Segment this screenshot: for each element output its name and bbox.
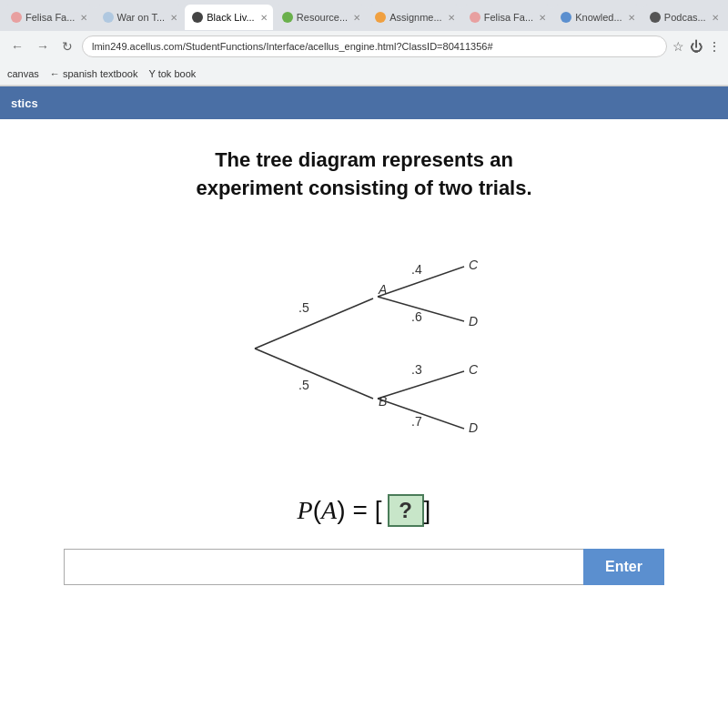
browser-icons: ☆ ⏻ ⋮	[672, 39, 721, 54]
tab-close-icon[interactable]: ✕	[539, 13, 546, 23]
address-bar[interactable]: lmin249.acellus.com/StudentFunctions/Int…	[82, 35, 667, 57]
svg-text:D: D	[469, 420, 478, 435]
tab-favicon	[282, 12, 293, 23]
svg-text:.6: .6	[411, 309, 422, 324]
tab-felisa-2[interactable]: Felisa Fa... ✕	[462, 5, 552, 30]
svg-text:D: D	[469, 314, 478, 329]
site-header: stics	[0, 86, 728, 119]
formula-paren: (	[313, 496, 321, 525]
back-button[interactable]: ←	[7, 37, 27, 56]
bookmarks-bar: canvas ← spanish textbook Y tok book	[0, 62, 728, 86]
question-line1: The tree diagram represents an	[215, 148, 513, 171]
tab-label: Podcas...	[664, 12, 706, 23]
menu-icon[interactable]: ⋮	[708, 39, 721, 54]
tab-label: Resource...	[297, 12, 348, 23]
question-text: The tree diagram represents an experimen…	[196, 147, 531, 203]
bookmark-canvas[interactable]: canvas	[7, 68, 39, 79]
formula-paren-close: )	[337, 496, 345, 525]
tab-favicon	[650, 12, 661, 23]
bookmark-tok[interactable]: Y tok book	[148, 68, 196, 79]
address-text: lmin249.acellus.com/StudentFunctions/Int…	[92, 41, 493, 52]
tab-close-icon[interactable]: ✕	[260, 13, 268, 23]
svg-line-0	[255, 298, 373, 349]
svg-text:.7: .7	[411, 414, 422, 429]
tab-bar: Felisa Fa... ✕ War on T... ✕ Black Liv..…	[0, 0, 728, 31]
tab-close-icon[interactable]: ✕	[712, 13, 719, 23]
tab-favicon	[375, 12, 386, 23]
tab-favicon	[470, 12, 480, 23]
formula-row: P ( A ) = [ ? ]	[298, 494, 431, 527]
tab-label: Assignme...	[389, 12, 441, 23]
answer-input[interactable]	[64, 549, 583, 585]
formula-placeholder: ?	[399, 498, 412, 523]
tab-favicon	[11, 12, 22, 23]
tab-felisa-1[interactable]: Felisa Fa... ✕	[4, 5, 94, 30]
tab-label: Felisa Fa...	[484, 12, 533, 23]
question-line2: experiment consisting of two trials.	[196, 177, 531, 199]
svg-line-1	[255, 349, 373, 399]
tab-close-icon[interactable]: ✕	[448, 13, 455, 23]
tab-label: War on T...	[117, 12, 166, 23]
svg-text:.4: .4	[411, 262, 422, 277]
tab-war[interactable]: War on T... ✕	[96, 5, 184, 30]
svg-text:.3: .3	[411, 362, 422, 377]
svg-text:C: C	[469, 258, 479, 272]
formula-answer-box: ?	[388, 494, 424, 527]
tab-label: Knowled...	[575, 12, 622, 23]
svg-text:.5: .5	[298, 300, 309, 315]
tab-label: Felisa Fa...	[25, 12, 75, 23]
svg-text:A: A	[378, 282, 387, 297]
address-bar-row: ← → ↻ lmin249.acellus.com/StudentFunctio…	[0, 31, 728, 62]
answer-row: Enter	[64, 549, 664, 585]
tab-label: Black Liv...	[207, 12, 254, 23]
formula-equals: =	[352, 496, 367, 525]
formula-a: A	[321, 496, 337, 525]
tab-black-lives[interactable]: Black Liv... ✕	[185, 5, 273, 30]
refresh-button[interactable]: ↻	[58, 37, 76, 56]
svg-text:B: B	[379, 394, 387, 409]
tab-favicon	[561, 12, 571, 23]
tab-favicon	[103, 12, 114, 23]
bookmark-spanish[interactable]: ← spanish textbook	[50, 68, 138, 79]
tab-close-icon[interactable]: ✕	[80, 13, 87, 23]
formula-bracket-close: ]	[424, 496, 431, 525]
tree-diagram: .5 .5 A B .4 .6 .3 .7 C D C D	[182, 230, 546, 467]
svg-text:C: C	[469, 362, 479, 377]
tab-close-icon[interactable]: ✕	[170, 13, 177, 23]
tab-favicon	[192, 12, 203, 23]
formula-p: P	[298, 496, 313, 525]
enter-button[interactable]: Enter	[583, 549, 664, 585]
formula-bracket-open: [	[375, 496, 382, 525]
power-icon[interactable]: ⏻	[690, 39, 703, 54]
bookmark-icon[interactable]: ☆	[672, 39, 684, 54]
tab-knowledge[interactable]: Knowled... ✕	[553, 5, 641, 30]
tab-resource[interactable]: Resource... ✕	[275, 5, 366, 30]
main-content: The tree diagram represents an experimen…	[0, 119, 728, 603]
tab-close-icon[interactable]: ✕	[353, 13, 360, 23]
forward-button[interactable]: →	[33, 37, 53, 56]
svg-text:.5: .5	[298, 378, 309, 392]
site-header-label: stics	[11, 96, 38, 110]
tab-close-icon[interactable]: ✕	[628, 13, 635, 23]
browser-chrome: Felisa Fa... ✕ War on T... ✕ Black Liv..…	[0, 0, 728, 86]
tab-assign[interactable]: Assignme... ✕	[368, 5, 460, 30]
tab-podcast[interactable]: Podcas... ✕	[642, 5, 724, 30]
tree-diagram-svg: .5 .5 A B .4 .6 .3 .7 C D C D	[182, 230, 546, 467]
